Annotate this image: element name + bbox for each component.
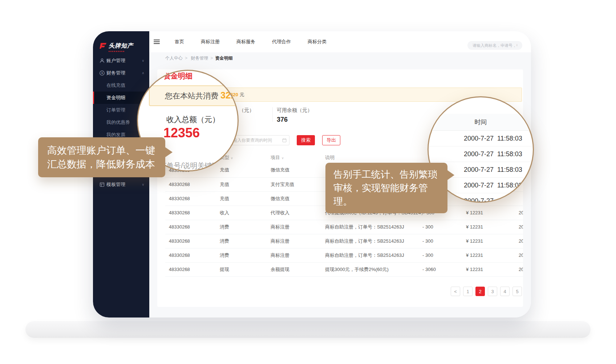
sidebar-subitem-label: 资金明细 xyxy=(106,94,125,101)
pagination: < 1 2 xyxy=(451,287,522,296)
logo[interactable]: 头牌知产 xyxy=(93,31,149,52)
table-row: 48330268 消费 商标注册 商标自助注册，订单号：SB2514263J -… xyxy=(165,234,523,248)
cell-time: 2000-7-27 11:58:03 xyxy=(496,234,523,248)
nav-tab[interactable]: 商标服务 xyxy=(228,31,264,52)
chevron-up-icon: ∧ xyxy=(142,71,144,75)
stats-divider xyxy=(272,107,273,122)
cell-time: 2000-7-27 11:58:03 xyxy=(496,262,523,276)
cell-balance: ¥ 12231 xyxy=(452,248,496,262)
sidebar-item-finance[interactable]: ¥ 财务管理 ∧ xyxy=(93,67,149,79)
page-number-button[interactable]: 3 xyxy=(488,287,497,296)
cell-amount: - 300 xyxy=(420,234,452,248)
nav-tab[interactable]: 代理合作 xyxy=(264,31,299,52)
cell-type: 消费 xyxy=(216,220,267,234)
chevron-down-icon: ∨ xyxy=(142,59,144,62)
page-number-button[interactable]: 4 xyxy=(500,287,510,296)
nav-tab-label: 商标注册 xyxy=(201,39,220,44)
cell-order: 48330268 xyxy=(165,234,216,248)
cell-description: 商标自助注册，订单号：SB2514263J xyxy=(318,220,420,234)
brand-flag-icon xyxy=(99,43,107,49)
page-background: 头牌知产 账户管理 ∨ ¥ 财务管理 xyxy=(0,0,616,364)
cell-type: 充值 xyxy=(216,191,267,206)
breadcrumb-link[interactable]: 财务管理 xyxy=(191,56,208,61)
cell-description: 商标自助注册，订单号：SB2514263J xyxy=(318,234,420,248)
sidebar-subitem-label: 我的优惠券 xyxy=(106,119,130,126)
table-row: 48330268 消费 商标注册 商标自助注册，订单号：SB2514263J -… xyxy=(165,220,523,234)
sidebar-item-label: 账户管理 xyxy=(106,57,125,64)
cell-type: 消费 xyxy=(216,248,267,262)
search-input[interactable] xyxy=(467,41,522,50)
hamburger-menu-icon[interactable] xyxy=(154,39,160,45)
cell-description: 提现3000元，手续费2%(60元) xyxy=(318,262,420,276)
sidebar-item-label: 财务管理 xyxy=(106,70,125,76)
cell-type: 收入 xyxy=(216,206,267,220)
cell-type: 提现 xyxy=(216,262,267,276)
cell-project: 商标注册 xyxy=(267,234,318,248)
col-description: 说明 xyxy=(318,152,420,163)
sidebar-subitem[interactable]: 在线充值 xyxy=(93,79,149,92)
template-icon xyxy=(99,182,105,187)
cell-order: 48330268 xyxy=(165,191,216,206)
nav-tab-label: 商标服务 xyxy=(236,39,255,44)
breadcrumb-separator: > xyxy=(210,56,213,61)
logo-tagline xyxy=(109,51,125,52)
cell-amount: - 3060 xyxy=(420,262,452,276)
cell-project: 余额提现 xyxy=(267,262,318,276)
nav-tab[interactable]: 首页 xyxy=(166,31,192,52)
logo-title: 头牌知产 xyxy=(109,42,133,50)
cell-project: 微信充值 xyxy=(267,163,318,177)
cell-amount: - 300 xyxy=(420,220,452,234)
lens-income-label: 收入总额（元） xyxy=(166,114,220,125)
sidebar-subitem-label: 在线充值 xyxy=(106,82,125,89)
cell-project: 代理收入 xyxy=(267,206,318,220)
cell-time: 2000-7-27 11:58:03 xyxy=(496,220,523,234)
top-navbar: 首页 商标注册 商标服务 代理合作 xyxy=(149,31,531,52)
nav-tab[interactable]: 商标注册 xyxy=(192,31,228,52)
sort-caret-icon: ∨ xyxy=(281,156,284,160)
cell-order: 48330268 xyxy=(165,177,216,191)
table-row: 48330268 消费 商标注册 商标自助注册，订单号：SB2514263J -… xyxy=(165,248,523,262)
sidebar-subitem-label: 订单管理 xyxy=(106,107,125,113)
nav-tab-label: 商标分类 xyxy=(308,39,327,44)
nav-tab[interactable]: 商标分类 xyxy=(299,31,335,52)
cell-balance: ¥ 12231 xyxy=(452,262,496,276)
sidebar-item-account[interactable]: 账户管理 ∨ xyxy=(93,54,149,67)
cell-order: 48330268 xyxy=(165,262,216,276)
sidebar-item-template[interactable]: 模板管理 ∨ xyxy=(93,178,149,191)
col-project[interactable]: 项目∨ xyxy=(267,152,318,163)
callout-right: 告别手工统计、告别繁琐审核，实现智能财务管理。 xyxy=(325,163,447,213)
lens-banner: 您在本站共消费32124元 xyxy=(149,85,239,106)
cell-order: 48330268 xyxy=(165,220,216,234)
search-button[interactable]: 搜索 xyxy=(297,135,315,145)
cell-type: 充值 xyxy=(216,177,267,191)
cell-project: 微信充值 xyxy=(267,191,318,206)
page-number-button[interactable]: 5 xyxy=(512,287,522,296)
nav-tabs: 首页 商标注册 商标服务 代理合作 xyxy=(166,31,335,52)
lens-time-header: 时间 xyxy=(429,114,533,131)
cell-balance: ¥ 12231 xyxy=(452,220,496,234)
cell-time: 2000-7-27 11:58:03 xyxy=(496,248,523,262)
prev-page-button[interactable]: < xyxy=(451,287,460,296)
cell-type: 充值 xyxy=(216,163,267,177)
cell-balance: ¥ 12231 xyxy=(452,206,496,220)
cell-project: 支付宝充值 xyxy=(267,177,318,191)
nav-tab-label: 代理合作 xyxy=(272,39,291,44)
expense-label-partial: （元） xyxy=(239,107,254,114)
export-button[interactable]: 导出 xyxy=(322,135,340,145)
page-number-button[interactable]: 1 xyxy=(463,287,473,296)
cell-description: 商标自助注册，订单号：SB2514263J xyxy=(318,248,420,262)
cell-order: 48330268 xyxy=(165,248,216,262)
lens-income-value: 12356 xyxy=(163,125,200,141)
sort-caret-icon: ∨ xyxy=(231,156,233,160)
breadcrumb-link[interactable]: 个人中心 xyxy=(165,56,183,61)
user-icon xyxy=(99,58,105,64)
nav-tab-label: 首页 xyxy=(175,39,184,44)
cell-project: 商标注册 xyxy=(267,248,318,262)
page-number-button[interactable]: 2 xyxy=(475,287,485,296)
banner-unit: 元 xyxy=(240,92,244,97)
cell-time: 2000-7-27 11:58:03 xyxy=(496,206,523,220)
cell-balance: ¥ 12231 xyxy=(452,234,496,248)
date-query-input[interactable] xyxy=(228,135,289,145)
chevron-down-icon: ∨ xyxy=(142,183,144,186)
cell-type: 消费 xyxy=(216,234,267,248)
